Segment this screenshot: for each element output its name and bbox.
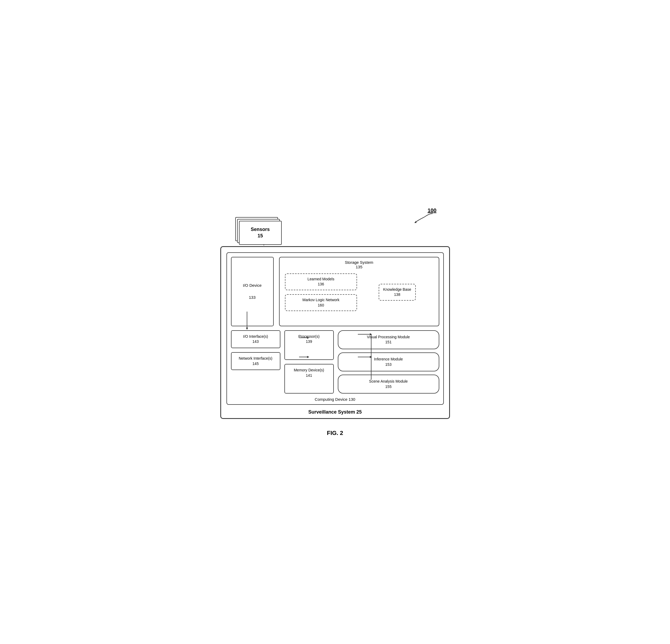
surveillance-label: Surveillance System 25 xyxy=(308,409,362,415)
svg-marker-0 xyxy=(414,221,417,223)
knowledge-base-number: 138 xyxy=(394,292,400,297)
learned-models-number: 136 xyxy=(318,282,324,286)
inference-number: 153 xyxy=(385,362,391,366)
memory-number: 141 xyxy=(306,373,312,377)
markov-box: Markov Logic Network 160 xyxy=(285,294,357,311)
scene-analysis-label: Scene Analysis Module xyxy=(369,379,408,384)
io-interfaces-label: I/O Interface(s) xyxy=(243,334,268,338)
interfaces-col: I/O Interface(s) 143 Network Interface(s… xyxy=(231,330,280,394)
memory-label: Memory Device(s) xyxy=(294,368,324,372)
surveillance-box: Surveillance System 25 Computing Device … xyxy=(220,246,450,419)
arrow-100-svg xyxy=(414,212,435,223)
markov-label: Markov Logic Network xyxy=(303,298,340,302)
processors-box: Processor(s) 139 xyxy=(284,330,334,360)
processors-number: 139 xyxy=(306,339,312,344)
knowledge-base-label: Knowledge Base xyxy=(383,287,411,292)
learned-models-box: Learned Models 136 xyxy=(285,273,357,290)
storage-label: Storage System 135 xyxy=(345,260,373,269)
computing-box: Computing Device 130 I/O Device 133 Stor… xyxy=(226,252,444,405)
bottom-row: I/O Interface(s) 143 Network Interface(s… xyxy=(231,330,439,394)
fig-label: FIG. 2 xyxy=(327,430,343,437)
processors-label: Processor(s) xyxy=(298,334,319,338)
scene-analysis-number: 155 xyxy=(385,385,391,389)
sensors-group: Sensors 15 xyxy=(239,221,282,245)
memory-box: Memory Device(s) 141 xyxy=(284,364,334,393)
computing-label: Computing Device 130 xyxy=(315,397,356,402)
storage-box: Storage System 135 Learned Models 136 Ma… xyxy=(279,257,439,326)
storage-right-col: Knowledge Base 138 xyxy=(361,273,433,311)
knowledge-base-box: Knowledge Base 138 xyxy=(379,284,416,301)
io-interfaces-box: I/O Interface(s) 143 xyxy=(231,330,280,348)
io-device-number: 133 xyxy=(249,295,256,301)
storage-inner: Learned Models 136 Markov Logic Network … xyxy=(285,273,433,311)
network-interfaces-label: Network Interface(s) xyxy=(239,356,272,360)
sensors-label: Sensors 15 xyxy=(251,226,270,239)
network-interfaces-box: Network Interface(s) 145 xyxy=(231,352,280,370)
processors-col: Processor(s) 139 Memory Device(s) 141 xyxy=(284,330,334,394)
visual-processing-label: Visual Processing Module xyxy=(367,335,410,339)
markov-number: 160 xyxy=(318,303,324,307)
storage-left-col: Learned Models 136 Markov Logic Network … xyxy=(285,273,357,311)
sensors-box: Sensors 15 xyxy=(239,221,282,245)
learned-models-label: Learned Models xyxy=(308,277,334,281)
inference-label: Inference Module xyxy=(374,357,403,361)
io-interfaces-number: 143 xyxy=(252,339,258,344)
io-device-box: I/O Device 133 xyxy=(231,257,274,326)
top-row: I/O Device 133 Storage System 135 Learne… xyxy=(231,257,439,326)
inference-box: Inference Module 153 xyxy=(338,352,439,372)
visual-processing-box: Visual Processing Module 151 xyxy=(338,330,439,349)
visual-processing-number: 151 xyxy=(385,340,391,344)
scene-analysis-box: Scene Analysis Module 155 xyxy=(338,375,439,393)
diagram-container: 100 Sensors 15 Surveillance System 25 Co… xyxy=(220,207,450,419)
network-interfaces-number: 145 xyxy=(252,362,258,366)
modules-col: Visual Processing Module 151 Inference M… xyxy=(338,330,439,394)
io-device-label: I/O Device xyxy=(243,282,262,289)
